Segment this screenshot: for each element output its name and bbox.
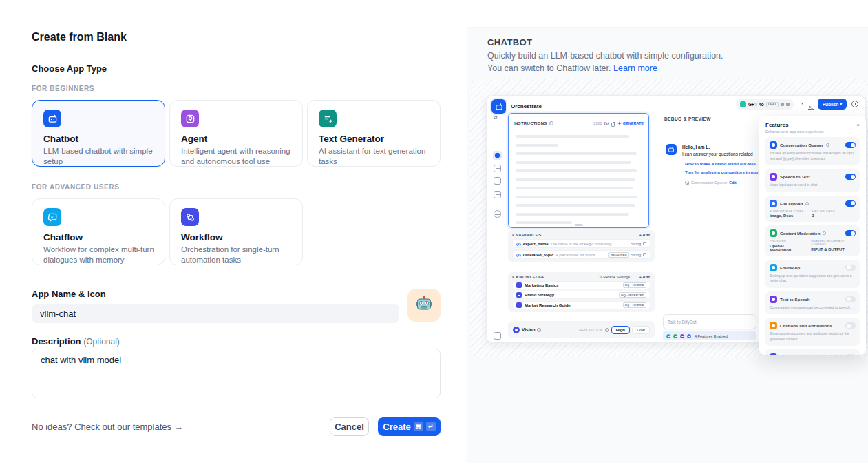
app-type-card-agent[interactable]: Agent Intelligent agent with reasoning a…	[169, 100, 303, 167]
model-tag: CHAT	[766, 102, 779, 107]
create-button[interactable]: Create ⌘ ↵	[378, 417, 441, 436]
folder-icon	[770, 200, 777, 207]
page-title: Create from Blank	[32, 31, 127, 43]
feature-card-speech-to-text: Speech to Text Voice input can be used i…	[765, 169, 860, 192]
description-textarea[interactable]: chat with vllm model	[32, 349, 441, 398]
variable-row: {x} expert_name The name of the strategi…	[512, 239, 650, 248]
features-enabled-text: 4 Features Enabled	[695, 334, 728, 338]
prompt-skeleton	[509, 132, 648, 224]
resize-handle	[575, 224, 583, 226]
feature-desc: You are an entity extraction model that …	[770, 151, 856, 161]
vision-icon	[513, 327, 520, 333]
app-type-card-workflow[interactable]: Workflow Orchestration for single-turn a…	[169, 198, 303, 265]
rerank-settings-button: ⇅ Rerank Settings	[599, 275, 630, 279]
model-param-icon	[781, 103, 784, 106]
create-app-modal: Create from Blank Choose App Type FOR BE…	[0, 0, 868, 463]
copy-icon	[611, 117, 615, 130]
robot-emoji-icon	[414, 294, 434, 316]
feature-field: ENABLED MODERATE CONTENT INPUT & OUTPUT	[811, 239, 856, 252]
close-icon: ×	[856, 123, 860, 128]
preview-model-selector: GPT-4o CHAT	[736, 99, 794, 110]
shield-check-icon	[770, 229, 777, 237]
features-subtitle: Enhance web-app user experience	[765, 130, 860, 134]
feature-field: SUPPORT FILE TYPES Image, Docs	[770, 209, 804, 218]
skeleton-line	[516, 196, 637, 198]
feature-desc: Voice input can be used in chat.	[770, 183, 856, 188]
info-icon: i	[549, 121, 553, 125]
knowledge-badge: HQ · HYBRID	[623, 302, 646, 308]
features-enabled-bar: 4 Features Enabled	[663, 331, 756, 340]
chevron-down-icon: ▾	[512, 233, 514, 237]
info-icon	[805, 202, 809, 205]
resolution-low-button: Low	[632, 326, 650, 334]
edit-link: Edit	[729, 181, 736, 185]
model-provider-icon	[740, 101, 746, 107]
app-icon-picker[interactable]	[407, 289, 441, 322]
bot-greeting: Hello, I am L.	[682, 145, 710, 150]
knowledge-row: Brand Strategy HQ · INVERTED	[512, 291, 650, 299]
add-variable-button: + Add	[639, 233, 650, 237]
feature-desc: Show source document and attributed sect…	[770, 331, 856, 342]
app-type-name: Agent	[181, 134, 294, 144]
feature-field: PROVIDER OpenAI Moderation	[770, 239, 803, 252]
variable-type: String	[631, 242, 641, 246]
optional-label: (Optional)	[83, 337, 120, 347]
debug-preview-label: DEBUG & PREVIEW	[664, 116, 711, 121]
feature-card-content-moderation: Content Moderation PROVIDER OpenAI Moder…	[765, 225, 860, 256]
sidebar-globe-icon	[494, 210, 501, 218]
app-type-name: Text Generator	[319, 134, 432, 144]
chevron-down-icon: ▾	[512, 275, 514, 279]
chevron-down-icon: ▾	[801, 101, 803, 105]
cancel-button[interactable]: Cancel	[330, 417, 369, 436]
app-type-name: Chatbot	[43, 134, 156, 144]
skeleton-line	[516, 204, 635, 207]
chat-input-placeholder: Talk to DifyBot	[663, 314, 756, 329]
knowledge-badge: HQ · INVERTED	[619, 292, 646, 298]
sidebar-bottom-icon	[494, 332, 501, 340]
text-generator-icon	[319, 110, 337, 127]
rerank-icon: ⇅	[599, 275, 602, 279]
feature-card-text-to-speech: Text to Speech Conversation messages can…	[765, 291, 860, 315]
skeleton-line	[516, 213, 629, 216]
modal-top-strip	[467, 0, 868, 28]
app-type-card-chatflow[interactable]: Chatflow Workflow for complex multi-turn…	[32, 198, 165, 265]
app-type-card-chatbot[interactable]: Chatbot LLM-based chatbot with simple se…	[32, 100, 165, 167]
column-divider	[659, 113, 659, 338]
app-type-desc: Orchestration for single-turn automation…	[181, 245, 298, 265]
annotation-reply-icon	[770, 353, 777, 355]
preview-orchestrate-title: Orchestrate	[511, 103, 542, 110]
feature-card-annotation-reply: Annotation Reply	[765, 349, 860, 355]
knowledge-row: Marketing Basics HQ · HYBRID	[512, 281, 650, 289]
variable-key: expert_name	[523, 242, 549, 246]
preview-description: Quickly build an LLM-based chatbot with …	[487, 50, 727, 74]
feature-name: Follow-up	[780, 265, 800, 270]
templates-link[interactable]: No ideas? Check out our templates →	[32, 422, 183, 432]
feature-name: Conversation Opener	[780, 143, 823, 147]
feature-card-conversation-opener: Conversation Opener You are an entity ex…	[765, 137, 860, 165]
required-badge: REQUIRED	[608, 252, 629, 258]
skeleton-line	[516, 187, 633, 189]
for-beginners-label: FOR BEGINNERS	[32, 85, 94, 92]
chatflow-icon	[43, 208, 61, 226]
variable-type: String	[631, 253, 641, 257]
instructions-panel: INSTRUCTIONS i 2182 {x} GENERATE	[508, 113, 649, 228]
swap-icon: ⇄	[494, 115, 498, 121]
sidebar-item-icon	[494, 177, 501, 185]
app-name-input[interactable]	[32, 304, 399, 323]
learn-more-link[interactable]: Learn more	[613, 63, 657, 73]
feature-desc: Setting up next questions suggestion can…	[770, 274, 856, 284]
features-panel: Features × Enhance web-app user experien…	[759, 116, 866, 355]
vision-label: Vision	[522, 327, 535, 332]
app-type-desc: Intelligent agent with reasoning and aut…	[181, 146, 298, 167]
feature-card-follow-up: Follow-up Setting up next questions sugg…	[765, 260, 860, 288]
document-icon	[516, 282, 522, 288]
enter-key-icon: ↵	[426, 422, 436, 431]
skeleton-line	[516, 152, 637, 155]
app-type-card-text-generator[interactable]: Text Generator AI assistant for text gen…	[307, 100, 441, 167]
variable-key: unrelated_topic	[523, 253, 554, 257]
feature-desc: Conversation messages can be converted t…	[770, 305, 856, 311]
suggestion-link: Tips for analyzing competitors in market	[685, 170, 764, 174]
features-title: Features	[765, 122, 788, 128]
feature-name: Speech to Text	[780, 174, 810, 179]
choose-app-type-label: Choose App Type	[32, 63, 107, 74]
